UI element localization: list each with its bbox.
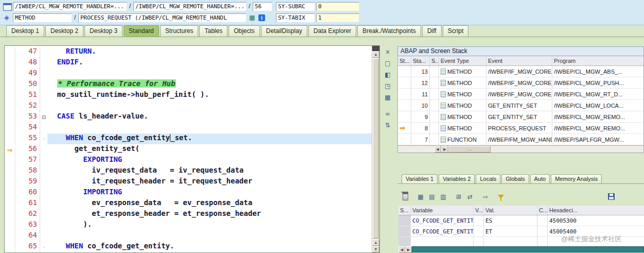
swap-icon[interactable]: ⇄	[465, 192, 475, 201]
vars-tab-auto[interactable]: Auto	[530, 174, 550, 183]
scroll-line-down-button[interactable]	[372, 246, 379, 252]
code-text[interactable]: IMPORTING	[47, 188, 372, 198]
line-number[interactable]: 50	[15, 79, 40, 90]
scroll-line-up-button[interactable]	[372, 239, 379, 246]
stack-row[interactable]: 9METHODGET_ENTITY_SET/IWBEP/CL_MGW_REMO.…	[398, 111, 643, 123]
stack-row[interactable]: 10METHODGET_ENTITY_SET/IWBEP/CL_MGW_LOCA…	[398, 100, 643, 111]
vars-header-cell[interactable]: Val.	[484, 206, 537, 215]
line-number[interactable]: 65	[15, 242, 40, 252]
sy-subrc-label-field[interactable]: SY-SUBRC	[276, 2, 315, 11]
insert-icon[interactable]: ⊞	[454, 192, 463, 201]
glasses-icon[interactable]: ∞	[383, 109, 392, 118]
vars-header-cell[interactable]: C...	[537, 206, 548, 215]
stack-header-cell[interactable]: St...	[398, 56, 411, 65]
code-text[interactable]: get_entity_set(	[47, 144, 372, 155]
line-number[interactable]: 57	[15, 155, 40, 166]
tab-standard[interactable]: Standard	[124, 25, 159, 37]
save-icon[interactable]	[606, 192, 616, 201]
code-text[interactable]: CASE ls_header-value.	[47, 112, 372, 123]
vars-variable-cell[interactable]: CO_FCODE_GET_ENTITY_SET	[411, 215, 474, 226]
vars-variable-cell[interactable]: CO_FCODE_GET_ENTITY	[411, 226, 474, 237]
code-text[interactable]: et_response_header = et_response_header	[47, 209, 372, 220]
editor-vertical-scrollbar[interactable]	[372, 46, 379, 252]
splitter-handle[interactable]	[372, 46, 379, 51]
tab-detaildisplay[interactable]: DetailDisplay	[261, 25, 307, 37]
code-text[interactable]	[47, 69, 372, 79]
stack-row[interactable]: 11METHOD/IWBEP/IF_MGW_CORE_.../IWBEP/CL_…	[398, 89, 643, 100]
vars-scroll-left-button[interactable]	[398, 246, 405, 253]
vars-tab-variables-2[interactable]: Variables 2	[439, 174, 475, 183]
fold-marker[interactable]: ⊟	[40, 112, 47, 123]
stack-header-cell[interactable]: Event	[486, 56, 552, 65]
line-number[interactable]: 54	[15, 123, 40, 133]
tab-desktop-2[interactable]: Desktop 2	[45, 25, 83, 37]
line-number[interactable]: 62	[15, 209, 40, 220]
vars-hscrollbar-thumb[interactable]	[412, 246, 644, 252]
code-text[interactable]: ENDIF.	[47, 58, 372, 69]
include-nav-field[interactable]: /IWBEP/CL_MGW_REMOTE_HANDLER=...	[133, 2, 247, 11]
code-text[interactable]: EXPORTING	[47, 155, 372, 166]
line-number[interactable]: 61	[15, 198, 40, 209]
event-name-field[interactable]: PROCESS_REQUEST (/IWBEP/CL_MGW_REMOTE_HA…	[78, 13, 247, 23]
tab-data-explorer[interactable]: Data Explorer	[308, 25, 356, 37]
variables-hscrollbar[interactable]	[398, 246, 644, 252]
table-save-icon[interactable]: ▥	[439, 192, 448, 201]
vars-value-cell[interactable]: ET	[484, 226, 537, 237]
vars-value-cell[interactable]	[484, 237, 537, 247]
info-icon[interactable]	[258, 14, 265, 21]
line-number[interactable]: 58	[15, 166, 40, 177]
class-nav-field[interactable]: /IWBEP/CL_MGW_REMOTE_HANDLER=...	[13, 2, 127, 11]
code-text[interactable]	[47, 123, 372, 133]
vars-tab-variables-1[interactable]: Variables 1	[402, 174, 438, 183]
table-icon[interactable]: ▦	[416, 192, 425, 201]
vars-tab-locals[interactable]: Locals	[476, 174, 500, 183]
line-number[interactable]: 63	[15, 220, 40, 231]
line-number[interactable]: 47	[15, 47, 40, 58]
line-number[interactable]: 64	[15, 231, 40, 242]
window-icon[interactable]: ◧	[383, 70, 392, 79]
table-sort-icon[interactable]: ⇅	[383, 121, 392, 129]
stack-row[interactable]: 12METHOD/IWBEP/IF_MGW_CORE_.../IWBEP/CL_…	[398, 77, 643, 89]
code-text[interactable]: iv_request_data = iv_request_data	[47, 166, 372, 177]
line-number[interactable]: 49	[15, 69, 40, 79]
scroll-left-button[interactable]	[434, 146, 441, 153]
sy-tabix-value-field[interactable]: 1	[316, 13, 359, 23]
tab-desktop-3[interactable]: Desktop 3	[84, 25, 123, 37]
vars-select-cell[interactable]	[398, 215, 411, 226]
code-text[interactable]: * Performance Trace for Hub	[47, 79, 372, 90]
stack-header-cell[interactable]: S..	[430, 56, 439, 65]
vars-tab-globals[interactable]: Globals	[501, 174, 529, 183]
close-icon[interactable]: ×	[383, 47, 392, 56]
stack-row[interactable]: 7FUNCTION/IWBEP/FM_MGW_HAND.../IWBEP/SAP…	[398, 134, 643, 145]
vars-tab-memory-analysis[interactable]: Memory Analysis	[551, 174, 602, 183]
line-number[interactable]: 60	[15, 188, 40, 198]
stack-header-cell[interactable]: Program	[552, 56, 644, 65]
code-text[interactable]: ev_response_data = ev_response_data	[47, 198, 372, 209]
code-text[interactable]	[47, 101, 372, 112]
fullscreen-icon[interactable]: ◳	[383, 81, 392, 90]
table-settings-icon[interactable]: ▤	[427, 192, 437, 201]
code-text[interactable]: RETURN.	[47, 47, 372, 58]
code-text[interactable]: it_request_header = it_request_header	[47, 177, 372, 188]
hscrollbar-thumb[interactable]	[448, 146, 491, 153]
line-number[interactable]: 51	[15, 90, 40, 101]
tab-break-watchpoints[interactable]: Break./Watchpoints	[357, 25, 421, 37]
scroll-right-button[interactable]	[441, 146, 448, 153]
stack-header-cell[interactable]: Sta...	[411, 56, 430, 65]
tab-script[interactable]: Script	[443, 25, 469, 37]
vars-header-cell[interactable]: V...	[474, 206, 484, 215]
tab-objects[interactable]: Objects	[229, 25, 260, 37]
layout-icon[interactable]: ▦	[383, 93, 392, 102]
vars-scroll-right-button[interactable]	[405, 246, 412, 253]
vars-header-cell[interactable]: S...	[398, 206, 411, 215]
code-text[interactable]: WHEN co_fcode_get_entity_set.	[47, 133, 372, 144]
code-text[interactable]	[47, 231, 372, 242]
code-text[interactable]: WHEN co_fcode_get_entity.	[47, 242, 372, 252]
edit-field-icon[interactable]	[249, 14, 255, 21]
delete-icon[interactable]	[401, 192, 410, 201]
code-text[interactable]: ).	[47, 220, 372, 231]
tab-tables[interactable]: Tables	[199, 25, 228, 37]
vars-header-cell[interactable]: Variable	[411, 206, 474, 215]
hscroll-track[interactable]	[491, 146, 643, 153]
line-number[interactable]: 48	[15, 58, 40, 69]
